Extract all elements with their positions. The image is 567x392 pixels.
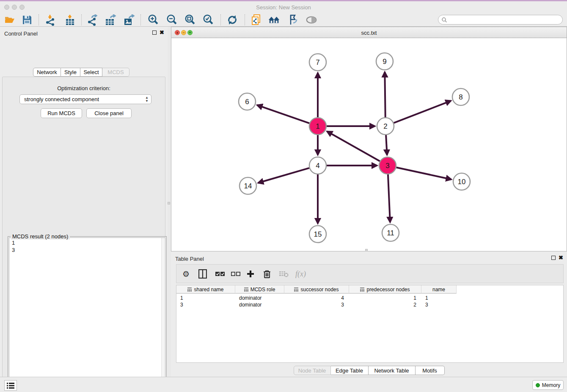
delete-column-icon[interactable]	[263, 268, 271, 280]
vertical-splitter[interactable]	[168, 27, 171, 377]
column-header-MCDS-role[interactable]: MCDS role	[235, 285, 284, 294]
refresh-icon[interactable]	[226, 14, 238, 26]
tab-style[interactable]: Style	[61, 68, 80, 77]
network-canvas[interactable]: 7968124314101511	[171, 39, 567, 251]
dropdown-stepper-icon: ▲▼	[145, 96, 149, 103]
result-scrollbar[interactable]	[161, 238, 165, 392]
tab-network-table[interactable]: Network Table	[369, 366, 416, 375]
node-15[interactable]: 15	[309, 226, 326, 243]
add-column-icon[interactable]	[247, 268, 254, 280]
search-icon	[441, 17, 447, 23]
eye-icon[interactable]	[306, 14, 317, 26]
zoom-fit-icon[interactable]	[184, 14, 196, 26]
node-11[interactable]: 11	[382, 224, 399, 241]
delete-table-icon[interactable]	[279, 268, 289, 280]
tab-select[interactable]: Select	[80, 68, 102, 77]
column-header-shared-name[interactable]: shared name	[176, 285, 235, 294]
edge-3-1[interactable]	[327, 131, 380, 161]
mcds-result-group: 13 MCDS result (2 nodes)	[8, 236, 167, 392]
cell-shared-name[interactable]: 3	[176, 301, 235, 308]
control-panel-tabs: NetworkStyleSelectMCDS	[33, 68, 129, 77]
export-table-icon[interactable]	[105, 14, 116, 26]
clone-network-icon[interactable]	[250, 14, 262, 26]
table-row[interactable]: 1dominator411	[176, 295, 457, 301]
save-session-icon[interactable]	[21, 14, 33, 26]
edge-3-10[interactable]	[396, 167, 451, 179]
tab-network[interactable]: Network	[33, 68, 61, 77]
tab-node-table[interactable]: Node Table	[294, 366, 331, 375]
cell-name[interactable]: 1	[421, 295, 457, 301]
run-mcds-button[interactable]: Run MCDS	[41, 108, 82, 118]
edge-2-8[interactable]	[394, 101, 451, 123]
export-network-icon[interactable]	[86, 14, 98, 26]
svg-text:11: 11	[387, 229, 394, 237]
tab-motifs[interactable]: Motifs	[416, 366, 445, 375]
cell-MCDS-role[interactable]: dominator	[235, 295, 284, 301]
close-panel-icon[interactable]: ✖	[160, 29, 164, 36]
table-header-row: shared nameMCDS rolesuccessor nodesprede…	[176, 285, 457, 294]
float-table-panel-icon[interactable]	[551, 256, 556, 260]
cell-name[interactable]: 3	[421, 301, 457, 308]
edge-2-9[interactable]	[385, 72, 385, 117]
cell-predecessor-nodes[interactable]: 2	[349, 301, 421, 308]
sort-icon	[187, 287, 192, 292]
tab-mcds[interactable]: MCDS	[102, 68, 129, 77]
node-3[interactable]: 3	[379, 157, 396, 174]
close-table-panel-icon[interactable]: ✖	[559, 254, 563, 261]
edge-3-11[interactable]	[388, 174, 390, 222]
gear-icon[interactable]: ⚙	[182, 268, 190, 280]
columns-icon[interactable]	[198, 268, 207, 280]
main-toolbar	[0, 13, 567, 27]
criterion-dropdown[interactable]: strongly connected component ▲▼	[19, 94, 151, 104]
criterion-dropdown-value: strongly connected component	[24, 96, 99, 102]
cell-successor-nodes[interactable]: 3	[284, 301, 349, 308]
zoom-in-icon[interactable]	[147, 14, 159, 26]
memory-button[interactable]: Memory	[532, 380, 564, 390]
node-14[interactable]: 14	[239, 177, 256, 194]
import-network-icon[interactable]	[44, 14, 56, 26]
edge-4-14[interactable]	[258, 168, 309, 183]
cell-MCDS-role[interactable]: dominator	[235, 301, 284, 308]
node-10[interactable]: 10	[453, 173, 470, 190]
column-header-name[interactable]: name	[421, 285, 457, 294]
search-input[interactable]	[449, 16, 559, 24]
result-line: 3	[12, 246, 15, 254]
edge-2-3[interactable]	[386, 135, 387, 155]
hide-panels-icon[interactable]	[287, 14, 299, 26]
edge-1-6[interactable]	[257, 105, 310, 123]
node-9[interactable]: 9	[376, 53, 393, 70]
node-7[interactable]: 7	[309, 54, 326, 71]
deselect-all-icon[interactable]	[231, 268, 240, 280]
main-titlebar: Session: New Session	[0, 0, 567, 12]
mcds-result-title: MCDS result (2 nodes)	[11, 233, 70, 240]
float-panel-icon[interactable]	[152, 30, 157, 35]
tab-edge-table[interactable]: Edge Table	[331, 366, 369, 375]
home-icon[interactable]	[268, 14, 280, 26]
import-table-icon[interactable]	[64, 14, 76, 26]
cell-predecessor-nodes[interactable]: 1	[349, 295, 421, 301]
open-session-icon[interactable]	[4, 14, 16, 26]
zoom-selected-icon[interactable]	[202, 14, 214, 26]
close-panel-button[interactable]: Close panel	[86, 108, 132, 118]
node-6[interactable]: 6	[239, 93, 256, 110]
svg-text:7: 7	[316, 58, 319, 66]
select-all-icon[interactable]	[215, 268, 225, 280]
column-header-predecessor-nodes[interactable]: predecessor nodes	[349, 285, 421, 294]
svg-text:1: 1	[316, 122, 319, 130]
export-image-icon[interactable]	[123, 14, 135, 26]
node-table: shared nameMCDS rolesuccessor nodesprede…	[176, 285, 564, 363]
task-history-button[interactable]	[4, 380, 17, 391]
horizontal-splitter[interactable]	[365, 249, 368, 251]
cell-successor-nodes[interactable]: 4	[284, 295, 349, 301]
column-header-successor-nodes[interactable]: successor nodes	[284, 285, 349, 294]
node-1[interactable]: 1	[309, 118, 326, 135]
cell-shared-name[interactable]: 1	[176, 295, 235, 301]
network-window-titlebar[interactable]: x − + scc.txt	[171, 27, 567, 38]
node-8[interactable]: 8	[452, 88, 469, 105]
zoom-out-icon[interactable]	[166, 14, 178, 26]
control-panel: Control Panel ✖ NetworkStyleSelectMCDS O…	[0, 27, 168, 377]
table-row[interactable]: 3dominator323	[176, 301, 457, 308]
node-2[interactable]: 2	[377, 118, 394, 135]
function-builder-icon[interactable]: f(x)	[295, 268, 306, 280]
node-4[interactable]: 4	[309, 157, 326, 174]
